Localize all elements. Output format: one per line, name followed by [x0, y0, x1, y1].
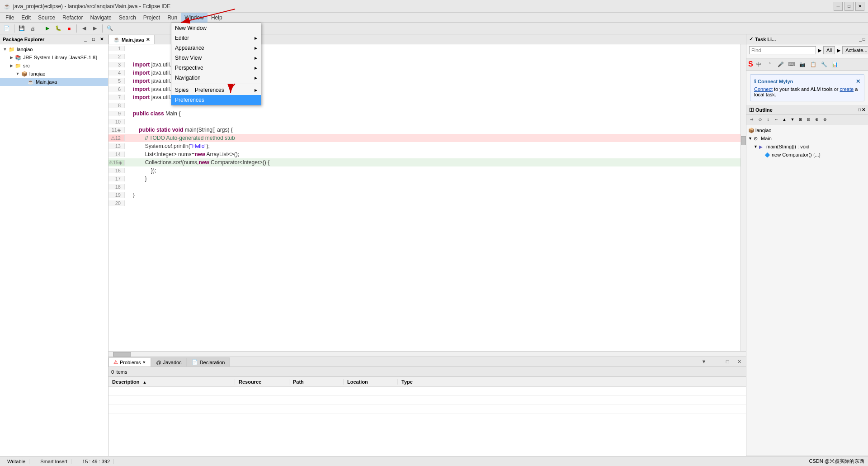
bottom-tab-problems[interactable]: ⚠ Problems ✕ [108, 357, 151, 366]
toolbar-stop[interactable]: ■ [64, 24, 74, 33]
menu-run[interactable]: Run [164, 13, 181, 23]
toolbar-new[interactable]: 📄 [2, 24, 12, 33]
right-tb-btn7[interactable]: 🔧 [819, 59, 829, 69]
tree-item-src[interactable]: ▶ 📁 src [0, 62, 108, 70]
outline-btn-4[interactable]: ↔ [773, 116, 780, 123]
bottom-panel-maximize[interactable]: □ [722, 357, 732, 366]
perspective-arrow: ▶ [255, 66, 257, 70]
toolbar-back[interactable]: ◀ [79, 24, 89, 33]
tree-item-package[interactable]: ▼ 📦 lanqiao [0, 70, 108, 78]
outline-item-lanqiao[interactable]: 📦 lanqiao [746, 126, 868, 134]
toolbar-print[interactable]: 🖨 [28, 24, 38, 33]
menu-show-view[interactable]: Show View ▶ [171, 53, 261, 63]
horizontal-scrollbar[interactable] [108, 351, 746, 357]
close-button[interactable]: ✕ [855, 2, 864, 11]
status-position: 15 : 49 : 392 [79, 459, 114, 464]
right-tb-btn6[interactable]: 📋 [808, 59, 818, 69]
menu-navigate[interactable]: Navigate [86, 13, 115, 23]
bottom-panel-minimize[interactable]: _ [711, 357, 721, 366]
panel-close-btn[interactable]: ✕ [98, 36, 105, 43]
mylyn-body: Connect to your task and ALM tools or cr… [754, 86, 860, 97]
menu-navigation[interactable]: Navigation ▶ [171, 73, 261, 83]
menu-search[interactable]: Search [115, 13, 140, 23]
outline-btn-10[interactable]: ⊖ [821, 116, 829, 123]
outline-btn-2[interactable]: ◇ [756, 116, 764, 123]
right-tb-btn2[interactable]: ° [765, 59, 775, 69]
maximize-button[interactable]: □ [844, 2, 854, 11]
bottom-tab-declaration[interactable]: 📄 Declaration [187, 357, 230, 366]
outline-maximize[interactable]: □ [858, 107, 861, 112]
tree-item-jre[interactable]: ▶ 📚 JRE System Library [JavaSE-1.8] [0, 53, 108, 62]
outline-btn-3[interactable]: ↕ [764, 116, 772, 123]
toolbar-run[interactable]: ▶ [42, 24, 52, 33]
toolbar-debug[interactable]: 🐛 [53, 24, 63, 33]
task-list-minimize[interactable]: _ [859, 37, 862, 42]
tree-label-mainjava: Main.java [36, 79, 57, 85]
problems-close[interactable]: ✕ [142, 360, 146, 365]
right-tb-btn8[interactable]: 📊 [830, 59, 840, 69]
panel-minimize-btn[interactable]: _ [82, 36, 89, 43]
preferences-submenu-label: Preferences [195, 87, 224, 93]
outline-btn-9[interactable]: ⊕ [813, 116, 821, 123]
mylyn-connect-link[interactable]: Connect [754, 86, 773, 92]
outline-btn-8[interactable]: ⊟ [805, 116, 812, 123]
menu-file[interactable]: File [2, 13, 18, 23]
tree-arrow-src: ▶ [8, 63, 14, 68]
mylyn-title-text: Connect Mylyn [758, 79, 793, 84]
appearance-label: Appearance [175, 45, 204, 51]
window-dropdown: New Window Editor ▶ Appearance ▶ Show Vi… [171, 23, 261, 105]
outline-btn-7[interactable]: ⊞ [797, 116, 804, 123]
bottom-panel-filter[interactable]: ▼ [699, 357, 709, 366]
menu-edit[interactable]: Edit [18, 13, 34, 23]
menu-preferences[interactable]: Preferences [171, 95, 261, 105]
sort-icon[interactable]: ▲ [143, 380, 147, 385]
menu-new-window[interactable]: New Window [171, 23, 261, 33]
outline-icon: ◫ [749, 107, 754, 113]
tree-item-mainjava[interactable]: ☕ Main.java [0, 78, 108, 86]
right-tb-btn1[interactable]: 中 [754, 59, 764, 69]
mylyn-close-btn[interactable]: ✕ [856, 78, 860, 85]
outline-item-method[interactable]: ▼ ▶ main(String[]) : void [746, 143, 868, 151]
activate-button[interactable]: Activate... [842, 46, 868, 54]
bottom-tab-javadoc[interactable]: @ Javadoc [151, 357, 186, 366]
menu-project[interactable]: Project [140, 13, 164, 23]
menu-source[interactable]: Source [34, 13, 59, 23]
tab-close-icon[interactable]: ✕ [146, 37, 150, 42]
description-label: Description [112, 379, 140, 385]
menu-editor[interactable]: Editor ▶ [171, 33, 261, 43]
outline-btn-5[interactable]: ▲ [781, 116, 788, 123]
toolbar-save[interactable]: 💾 [17, 24, 27, 33]
outline-minimize[interactable]: _ [854, 107, 857, 112]
right-tb-btn5[interactable]: 📷 [797, 59, 807, 69]
bottom-panel-close[interactable]: ✕ [734, 357, 744, 366]
brand-icon-s: S [748, 60, 753, 68]
mylyn-create-link[interactable]: create [840, 86, 854, 92]
outline-btn-1[interactable]: ⇒ [748, 116, 755, 123]
task-list-maximize[interactable]: □ [863, 37, 865, 42]
toolbar-forward[interactable]: ▶ [90, 24, 100, 33]
all-button[interactable]: All [823, 46, 835, 54]
minimize-button[interactable]: ─ [834, 2, 843, 11]
outline-close[interactable]: ✕ [862, 107, 865, 112]
tree-item-lanqiao[interactable]: ▼ 📁 lanqiao [0, 45, 108, 53]
editor-tab-main[interactable]: ☕ Main.java ✕ [108, 35, 155, 44]
outline-toolbar: ⇒ ◇ ↕ ↔ ▲ ▼ ⊞ ⊟ ⊕ ⊖ [746, 115, 868, 124]
outline-item-main[interactable]: ▼ ⊙ Main [746, 134, 868, 143]
panel-maximize-btn[interactable]: □ [90, 36, 97, 43]
mylyn-to-text: to your task and ALM tools or [774, 86, 840, 92]
menu-window[interactable]: Window [181, 13, 208, 23]
outline-btn-6[interactable]: ▼ [789, 116, 796, 123]
right-tb-btn3[interactable]: 🎤 [776, 59, 786, 69]
menu-spies[interactable]: Spies Preferences ▶ [171, 85, 261, 95]
status-brand: CSDN @米点实际的东西 [809, 458, 864, 465]
outline-comparator-icon: 🔷 [764, 152, 772, 157]
vertical-scrollbar[interactable] [741, 44, 746, 351]
menu-refactor[interactable]: Refactor [59, 13, 86, 23]
menu-help[interactable]: Help [208, 13, 226, 23]
right-tb-btn4[interactable]: ⌨ [787, 59, 797, 69]
menu-appearance[interactable]: Appearance ▶ [171, 43, 261, 53]
toolbar-search[interactable]: 🔍 [105, 24, 115, 33]
task-find-input[interactable] [749, 46, 816, 54]
outline-item-comparator[interactable]: 🔷 new Comparator() {...} [746, 151, 868, 159]
menu-perspective[interactable]: Perspective ▶ [171, 63, 261, 73]
